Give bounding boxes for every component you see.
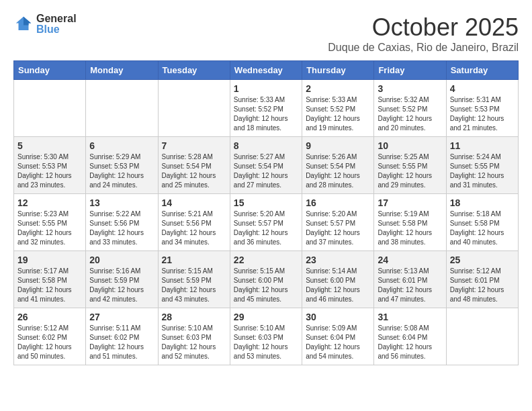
week-row-4: 19Sunrise: 5:17 AM Sunset: 5:58 PM Dayli… <box>14 251 519 308</box>
table-cell: 24Sunrise: 5:13 AM Sunset: 6:01 PM Dayli… <box>374 251 446 308</box>
day-number: 26 <box>17 312 82 322</box>
day-number: 11 <box>450 140 515 151</box>
header-tuesday: Tuesday <box>158 61 230 80</box>
week-row-5: 26Sunrise: 5:12 AM Sunset: 6:02 PM Dayli… <box>14 308 519 365</box>
cell-sun-info: Sunrise: 5:28 AM Sunset: 5:54 PM Dayligh… <box>162 152 226 190</box>
cell-sun-info: Sunrise: 5:33 AM Sunset: 5:52 PM Dayligh… <box>234 95 298 133</box>
table-cell: 7Sunrise: 5:28 AM Sunset: 5:54 PM Daylig… <box>158 137 230 194</box>
header-wednesday: Wednesday <box>230 61 302 80</box>
header-thursday: Thursday <box>302 61 374 80</box>
table-cell: 29Sunrise: 5:10 AM Sunset: 6:03 PM Dayli… <box>230 308 302 365</box>
day-number: 29 <box>234 312 298 322</box>
cell-sun-info: Sunrise: 5:12 AM Sunset: 6:01 PM Dayligh… <box>450 267 515 304</box>
cell-sun-info: Sunrise: 5:32 AM Sunset: 5:52 PM Dayligh… <box>378 95 442 133</box>
cell-sun-info: Sunrise: 5:10 AM Sunset: 6:03 PM Dayligh… <box>162 324 226 361</box>
table-cell: 9Sunrise: 5:26 AM Sunset: 5:54 PM Daylig… <box>302 137 374 194</box>
header-saturday: Saturday <box>446 61 518 80</box>
table-cell: 19Sunrise: 5:17 AM Sunset: 5:58 PM Dayli… <box>14 251 86 308</box>
table-cell: 17Sunrise: 5:19 AM Sunset: 5:58 PM Dayli… <box>374 194 446 251</box>
day-number: 14 <box>162 197 226 208</box>
day-number: 27 <box>89 312 154 322</box>
week-row-3: 12Sunrise: 5:23 AM Sunset: 5:55 PM Dayli… <box>14 194 519 251</box>
cell-sun-info: Sunrise: 5:33 AM Sunset: 5:52 PM Dayligh… <box>306 95 370 133</box>
location-title: Duque de Caxias, Rio de Janeiro, Brazil <box>328 42 519 54</box>
day-number: 10 <box>378 140 442 151</box>
table-cell: 30Sunrise: 5:09 AM Sunset: 6:04 PM Dayli… <box>302 308 374 365</box>
week-row-1: 1Sunrise: 5:33 AM Sunset: 5:52 PM Daylig… <box>14 80 519 137</box>
header-sunday: Sunday <box>14 61 86 80</box>
table-cell: 16Sunrise: 5:20 AM Sunset: 5:57 PM Dayli… <box>302 194 374 251</box>
table-cell <box>86 80 158 137</box>
day-number: 16 <box>306 197 370 208</box>
cell-sun-info: Sunrise: 5:22 AM Sunset: 5:56 PM Dayligh… <box>89 210 154 247</box>
table-cell: 26Sunrise: 5:12 AM Sunset: 6:02 PM Dayli… <box>14 308 86 365</box>
table-cell: 11Sunrise: 5:24 AM Sunset: 5:55 PM Dayli… <box>446 137 518 194</box>
day-number: 21 <box>162 255 226 265</box>
table-cell: 20Sunrise: 5:16 AM Sunset: 5:59 PM Dayli… <box>86 251 158 308</box>
logo-icon <box>13 14 34 34</box>
cell-sun-info: Sunrise: 5:16 AM Sunset: 5:59 PM Dayligh… <box>89 267 154 304</box>
cell-sun-info: Sunrise: 5:11 AM Sunset: 6:02 PM Dayligh… <box>89 324 154 361</box>
cell-sun-info: Sunrise: 5:23 AM Sunset: 5:55 PM Dayligh… <box>17 210 82 247</box>
cell-sun-info: Sunrise: 5:14 AM Sunset: 6:00 PM Dayligh… <box>306 267 370 304</box>
day-number: 9 <box>306 140 370 151</box>
cell-sun-info: Sunrise: 5:12 AM Sunset: 6:02 PM Dayligh… <box>17 324 82 361</box>
table-cell: 28Sunrise: 5:10 AM Sunset: 6:03 PM Dayli… <box>158 308 230 365</box>
cell-sun-info: Sunrise: 5:10 AM Sunset: 6:03 PM Dayligh… <box>234 324 298 361</box>
cell-sun-info: Sunrise: 5:29 AM Sunset: 5:53 PM Dayligh… <box>89 152 154 190</box>
cell-sun-info: Sunrise: 5:21 AM Sunset: 5:56 PM Dayligh… <box>162 210 226 247</box>
cell-sun-info: Sunrise: 5:13 AM Sunset: 6:01 PM Dayligh… <box>378 267 442 304</box>
day-number: 12 <box>17 197 82 208</box>
day-number: 6 <box>89 140 154 151</box>
table-cell: 14Sunrise: 5:21 AM Sunset: 5:56 PM Dayli… <box>158 194 230 251</box>
table-cell <box>158 80 230 137</box>
table-cell: 8Sunrise: 5:27 AM Sunset: 5:54 PM Daylig… <box>230 137 302 194</box>
table-cell: 23Sunrise: 5:14 AM Sunset: 6:00 PM Dayli… <box>302 251 374 308</box>
day-number: 15 <box>234 197 298 208</box>
table-cell: 31Sunrise: 5:08 AM Sunset: 6:04 PM Dayli… <box>374 308 446 365</box>
table-cell: 2Sunrise: 5:33 AM Sunset: 5:52 PM Daylig… <box>302 80 374 137</box>
table-cell: 1Sunrise: 5:33 AM Sunset: 5:52 PM Daylig… <box>230 80 302 137</box>
calendar-body: 1Sunrise: 5:33 AM Sunset: 5:52 PM Daylig… <box>14 80 519 365</box>
cell-sun-info: Sunrise: 5:27 AM Sunset: 5:54 PM Dayligh… <box>234 152 298 190</box>
table-cell: 6Sunrise: 5:29 AM Sunset: 5:53 PM Daylig… <box>86 137 158 194</box>
cell-sun-info: Sunrise: 5:24 AM Sunset: 5:55 PM Dayligh… <box>450 152 515 190</box>
table-cell: 27Sunrise: 5:11 AM Sunset: 6:02 PM Dayli… <box>86 308 158 365</box>
cell-sun-info: Sunrise: 5:15 AM Sunset: 6:00 PM Dayligh… <box>234 267 298 304</box>
cell-sun-info: Sunrise: 5:26 AM Sunset: 5:54 PM Dayligh… <box>306 152 370 190</box>
table-cell: 25Sunrise: 5:12 AM Sunset: 6:01 PM Dayli… <box>446 251 518 308</box>
day-number: 1 <box>234 83 298 94</box>
cell-sun-info: Sunrise: 5:08 AM Sunset: 6:04 PM Dayligh… <box>378 324 442 361</box>
table-cell: 4Sunrise: 5:31 AM Sunset: 5:53 PM Daylig… <box>446 80 518 137</box>
cell-sun-info: Sunrise: 5:15 AM Sunset: 5:59 PM Dayligh… <box>162 267 226 304</box>
day-number: 19 <box>17 255 82 265</box>
svg-marker-1 <box>24 17 31 26</box>
day-number: 24 <box>378 255 442 265</box>
day-number: 22 <box>234 255 298 265</box>
cell-sun-info: Sunrise: 5:30 AM Sunset: 5:53 PM Dayligh… <box>17 152 82 190</box>
day-number: 23 <box>306 255 370 265</box>
table-cell: 13Sunrise: 5:22 AM Sunset: 5:56 PM Dayli… <box>86 194 158 251</box>
header-monday: Monday <box>86 61 158 80</box>
title-section: October 2025 Duque de Caxias, Rio de Jan… <box>328 13 519 54</box>
day-number: 17 <box>378 197 442 208</box>
calendar-table: Sunday Monday Tuesday Wednesday Thursday… <box>13 60 519 365</box>
table-cell <box>14 80 86 137</box>
header-friday: Friday <box>374 61 446 80</box>
cell-sun-info: Sunrise: 5:20 AM Sunset: 5:57 PM Dayligh… <box>306 210 370 247</box>
day-number: 13 <box>89 197 154 208</box>
cell-sun-info: Sunrise: 5:19 AM Sunset: 5:58 PM Dayligh… <box>378 210 442 247</box>
cell-sun-info: Sunrise: 5:09 AM Sunset: 6:04 PM Dayligh… <box>306 324 370 361</box>
day-number: 28 <box>162 312 226 322</box>
day-number: 5 <box>17 140 82 151</box>
day-number: 8 <box>234 140 298 151</box>
table-cell <box>446 308 518 365</box>
logo: General Blue <box>13 13 77 35</box>
day-number: 2 <box>306 83 370 94</box>
day-number: 3 <box>378 83 442 94</box>
day-number: 20 <box>89 255 154 265</box>
day-number: 31 <box>378 312 442 322</box>
cell-sun-info: Sunrise: 5:20 AM Sunset: 5:57 PM Dayligh… <box>234 210 298 247</box>
cell-sun-info: Sunrise: 5:17 AM Sunset: 5:58 PM Dayligh… <box>17 267 82 304</box>
table-cell: 5Sunrise: 5:30 AM Sunset: 5:53 PM Daylig… <box>14 137 86 194</box>
